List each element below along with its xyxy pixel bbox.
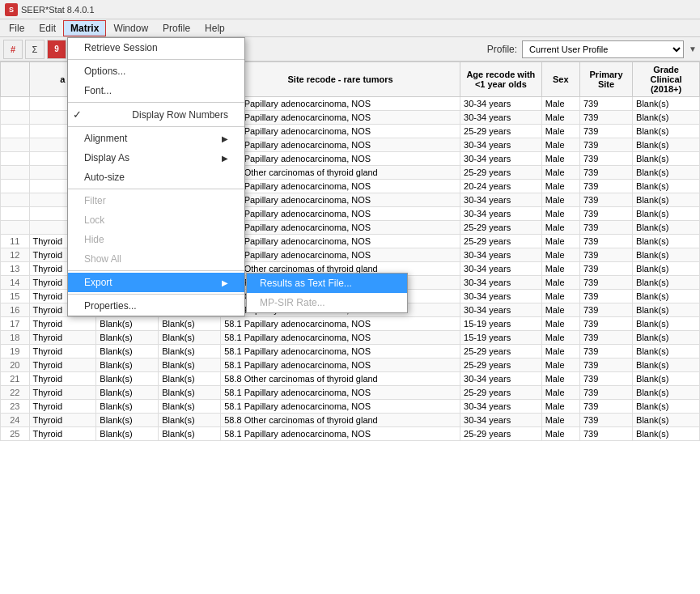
- export-label: Export: [84, 277, 112, 288]
- cell-rownum: [1, 138, 30, 152]
- cell-c: Blank(s): [159, 331, 221, 345]
- cell-site: 58.1 Papillary adenocarcinoma, NOS: [221, 248, 460, 262]
- profile-label: Profile:: [487, 44, 517, 55]
- cell-age: 25-29 years: [460, 125, 542, 138]
- cell-sex: Male: [541, 180, 579, 193]
- cell-sex: Male: [541, 303, 579, 317]
- cell-rownum: 22: [1, 386, 30, 400]
- table-row: 20 Thyroid Blank(s) Blank(s) 58.1 Papill…: [1, 359, 700, 372]
- menu-auto-size[interactable]: Auto-size: [68, 168, 244, 187]
- cell-grade: Blank(s): [633, 138, 700, 152]
- matrix-dropdown-menu[interactable]: Retrieve Session Options... Font... ✓ Di…: [67, 37, 245, 316]
- toolbar-hash-btn[interactable]: #: [3, 40, 23, 59]
- cell-primary: 739: [579, 414, 632, 427]
- cell-site: 58.1 Papillary adenocarcinoma, NOS: [221, 180, 460, 193]
- cell-age: 30-34 years: [460, 290, 542, 303]
- cell-sex: Male: [541, 290, 579, 303]
- submenu-results-text[interactable]: Results as Text File...: [247, 274, 407, 293]
- options-label: Options...: [84, 66, 125, 77]
- cell-rownum: 11: [1, 235, 30, 248]
- cell-site: 58.8 Other carcinomas of thyroid gland: [221, 372, 460, 386]
- cell-age: 30-34 years: [460, 248, 542, 262]
- menu-options[interactable]: Options...: [68, 62, 244, 81]
- table-row: 17 Thyroid Blank(s) Blank(s) 58.1 Papill…: [1, 317, 700, 331]
- submenu-mp-sir: MP-SIR Rate...: [247, 293, 407, 312]
- table-row: 19 Thyroid Blank(s) Blank(s) 58.1 Papill…: [1, 345, 700, 359]
- cell-primary: 739: [579, 386, 632, 400]
- hide-label: Hide: [84, 234, 104, 245]
- cell-sex: Male: [541, 276, 579, 290]
- cell-c: Blank(s): [159, 414, 221, 427]
- cell-age: 30-34 years: [460, 262, 542, 276]
- menu-retrieve-session[interactable]: Retrieve Session: [68, 38, 244, 57]
- sep5: [68, 270, 244, 271]
- menu-edit[interactable]: Edit: [32, 20, 63, 36]
- profile-select[interactable]: Current User Profile: [522, 40, 684, 58]
- toolbar-9-btn[interactable]: 9: [47, 40, 66, 59]
- cell-site: 58.1 Papillary adenocarcinoma, NOS: [221, 331, 460, 345]
- menu-window[interactable]: Window: [106, 20, 155, 36]
- cell-primary: 739: [579, 166, 632, 180]
- profile-dropdown-arrow[interactable]: ▼: [689, 45, 697, 53]
- cell-sex: Male: [541, 359, 579, 372]
- cell-grade: Blank(s): [633, 276, 700, 290]
- cell-rownum: [1, 152, 30, 166]
- cell-sex: Male: [541, 345, 579, 359]
- toolbar-sigma-btn[interactable]: Σ: [25, 40, 45, 59]
- menu-font[interactable]: Font...: [68, 81, 244, 100]
- cell-b: Blank(s): [96, 331, 159, 345]
- menu-show-all: Show All: [68, 249, 244, 269]
- cell-age: 25-29 years: [460, 345, 542, 359]
- menu-display-row-numbers[interactable]: ✓ Display Row Numbers: [68, 104, 244, 125]
- cell-rownum: [1, 221, 30, 235]
- lock-label: Lock: [84, 214, 104, 226]
- cell-age: 30-34 years: [460, 414, 542, 427]
- header-primary: Primary Site: [579, 62, 632, 97]
- cell-sex: Male: [541, 207, 579, 221]
- header-sex: Sex: [541, 62, 579, 97]
- sep2: [68, 102, 244, 103]
- header-rownum: [1, 62, 30, 97]
- app-title: SEER*Stat 8.4.0.1: [21, 5, 95, 15]
- export-submenu[interactable]: Results as Text File... MP-SIR Rate...: [246, 273, 408, 313]
- cell-primary: 739: [579, 345, 632, 359]
- menu-alignment[interactable]: Alignment ▶: [68, 129, 244, 148]
- cell-site: 58.1 Papillary adenocarcinoma, NOS: [221, 207, 460, 221]
- cell-rownum: [1, 111, 30, 125]
- menu-matrix[interactable]: Matrix: [63, 20, 106, 36]
- cell-sex: Male: [541, 386, 579, 400]
- cell-age: 30-34 years: [460, 400, 542, 414]
- cell-rownum: [1, 207, 30, 221]
- menu-help[interactable]: Help: [197, 20, 232, 36]
- cell-age: 25-29 years: [460, 221, 542, 235]
- cell-site: 58.1 Papillary adenocarcinoma, NOS: [221, 193, 460, 207]
- menu-properties[interactable]: Properties...: [68, 296, 244, 316]
- header-site: Site recode - rare tumors: [221, 62, 460, 97]
- cell-grade: Blank(s): [633, 359, 700, 372]
- menu-file[interactable]: File: [2, 20, 32, 36]
- cell-site: 58.1 Papillary adenocarcinoma, NOS: [221, 317, 460, 331]
- menu-profile[interactable]: Profile: [155, 20, 197, 36]
- check-icon: ✓: [73, 108, 82, 121]
- cell-a: Thyroid: [29, 400, 96, 414]
- alignment-label: Alignment: [84, 133, 127, 144]
- cell-site: 58.1 Papillary adenocarcinoma, NOS: [221, 427, 460, 441]
- table-row: 23 Thyroid Blank(s) Blank(s) 58.1 Papill…: [1, 400, 700, 414]
- cell-primary: 739: [579, 111, 632, 125]
- cell-sex: Male: [541, 235, 579, 248]
- cell-sex: Male: [541, 317, 579, 331]
- cell-age: 25-29 years: [460, 359, 542, 372]
- cell-primary: 739: [579, 125, 632, 138]
- cell-age: 30-34 years: [460, 152, 542, 166]
- cell-a: Thyroid: [29, 359, 96, 372]
- sep3: [68, 126, 244, 127]
- menu-display-as[interactable]: Display As ▶: [68, 148, 244, 168]
- cell-b: Blank(s): [96, 317, 159, 331]
- cell-primary: 739: [579, 290, 632, 303]
- cell-primary: 739: [579, 221, 632, 235]
- cell-sex: Male: [541, 97, 579, 111]
- menu-export[interactable]: Export ▶ Results as Text File... MP-SIR …: [68, 273, 244, 292]
- cell-sex: Male: [541, 193, 579, 207]
- cell-grade: Blank(s): [633, 207, 700, 221]
- cell-grade: Blank(s): [633, 386, 700, 400]
